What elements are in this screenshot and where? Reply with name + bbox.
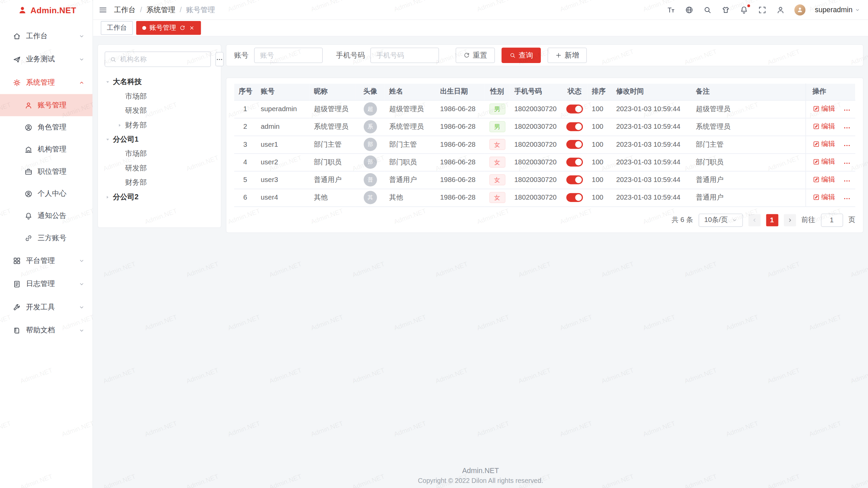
row-avatar: 其 (364, 191, 377, 204)
account-input[interactable] (254, 47, 322, 63)
next-page-button[interactable] (784, 214, 796, 226)
breadcrumb: 工作台 / 系统管理 / 账号管理 (114, 5, 215, 15)
table-row: 2admin系统管理员系系统管理员1986-06-28男180200307201… (234, 118, 855, 136)
fullscreen-icon[interactable] (758, 5, 767, 14)
sidebar-subitem[interactable]: 账号管理 (0, 94, 93, 116)
topbar-icon-group (667, 5, 785, 14)
search-button[interactable]: 查询 (501, 47, 541, 63)
cell-gender: 女 (485, 171, 510, 188)
edit-button[interactable]: 编辑 (812, 157, 835, 166)
hamburger-icon[interactable] (99, 5, 107, 14)
sidebar-subitem[interactable]: 角色管理 (0, 116, 93, 138)
add-button[interactable]: 新增 (548, 47, 587, 63)
sidebar-item[interactable]: 帮助文档 (0, 319, 93, 342)
more-actions-icon[interactable] (843, 124, 851, 132)
caret-right-icon[interactable] (105, 194, 111, 200)
sidebar-subitem[interactable]: 个人中心 (0, 183, 93, 205)
org-tree-node[interactable]: 市场部 (117, 147, 214, 161)
phone-input[interactable] (370, 47, 439, 63)
sidebar-item[interactable]: 工作台 (0, 24, 93, 48)
org-more-button[interactable] (215, 52, 223, 66)
sidebar-item[interactable]: 日志管理 (0, 272, 93, 296)
cell-name: 其他 (385, 189, 436, 206)
cell-avatar: 系 (356, 118, 385, 136)
org-tree-node[interactable]: 研发部 (117, 161, 214, 175)
sidebar-item[interactable]: 业务测试 (0, 47, 93, 71)
edit-button[interactable]: 编辑 (812, 192, 835, 202)
more-actions-icon[interactable] (843, 142, 851, 150)
account-icon[interactable] (776, 5, 785, 14)
sidebar-item[interactable]: 系统管理 (0, 71, 93, 94)
caret-down-icon[interactable] (105, 136, 111, 142)
current-page-button[interactable]: 1 (766, 214, 778, 226)
chevron-down-icon (79, 304, 85, 310)
caret-down-icon[interactable] (105, 79, 111, 85)
column-header-name: 姓名 (385, 84, 436, 100)
sidebar-subitem-label: 三方账号 (38, 233, 66, 243)
goto-page-input[interactable] (821, 213, 843, 226)
org-tree-node[interactable]: 财务部 (117, 118, 214, 132)
chevron-up-icon (79, 79, 85, 85)
sidebar-subitem[interactable]: 职位管理 (0, 160, 93, 182)
plus-icon (555, 52, 562, 59)
status-toggle[interactable] (566, 193, 583, 202)
notification-icon[interactable] (739, 5, 748, 14)
prev-page-button[interactable] (748, 214, 761, 226)
org-tree-node-label: 财务部 (125, 120, 147, 130)
sidebar-item-label: 帮助文档 (26, 325, 55, 335)
user-menu[interactable]: superadmin (815, 5, 860, 14)
app-logo[interactable]: Admin.NET (0, 0, 93, 20)
cell-remark: 部门职员 (691, 153, 805, 171)
sidebar-item-label: 开发工具 (26, 302, 55, 312)
reset-button[interactable]: 重置 (456, 47, 495, 63)
breadcrumb-item[interactable]: 系统管理 (146, 5, 175, 15)
edit-button[interactable]: 编辑 (812, 175, 835, 184)
more-actions-icon[interactable] (843, 160, 851, 167)
account-label: 账号 (234, 50, 249, 60)
cell-nickname: 部门主管 (310, 136, 356, 153)
org-tree-node[interactable]: 研发部 (117, 103, 214, 118)
theme-icon[interactable] (721, 5, 730, 14)
tab-refresh-icon[interactable] (179, 25, 185, 31)
user-icon (24, 101, 33, 109)
org-tree-node[interactable]: 大名科技 (105, 75, 214, 89)
edit-button[interactable]: 编辑 (812, 139, 835, 149)
font-size-icon[interactable] (667, 5, 675, 14)
breadcrumb-item[interactable]: 工作台 (114, 5, 136, 15)
sidebar-subitem[interactable]: 通知公告 (0, 205, 93, 227)
status-toggle[interactable] (566, 158, 583, 166)
search-icon[interactable] (703, 5, 712, 14)
sidebar-subitem[interactable]: 机构管理 (0, 138, 93, 160)
footer-title: Admin.NET (93, 466, 868, 474)
sidebar-item[interactable]: 开发工具 (0, 296, 93, 319)
cell-birth: 1986-06-28 (436, 171, 485, 188)
tab-workbench[interactable]: 工作台 (101, 21, 133, 35)
tab-account-management[interactable]: 账号管理 (136, 21, 201, 35)
user-avatar[interactable] (794, 4, 806, 15)
status-toggle[interactable] (566, 105, 583, 114)
phone-label: 手机号码 (336, 50, 365, 60)
org-tree-node[interactable]: 分公司2 (105, 190, 214, 204)
tab-close-icon[interactable] (189, 25, 195, 31)
cell-name: 普通用户 (385, 171, 436, 188)
edit-button[interactable]: 编辑 (812, 104, 835, 113)
language-icon[interactable] (685, 5, 694, 14)
more-actions-icon[interactable] (843, 106, 851, 114)
caret-right-icon[interactable] (117, 122, 123, 128)
org-search-input[interactable] (120, 55, 206, 63)
org-tree-node[interactable]: 财务部 (117, 176, 214, 190)
status-toggle[interactable] (566, 122, 583, 131)
more-actions-icon[interactable] (843, 177, 851, 185)
sidebar-item[interactable]: 平台管理 (0, 249, 93, 272)
cell-phone: 18020030720 (510, 171, 562, 188)
cell-status (562, 189, 587, 206)
main-area: 工作台 / 系统管理 / 账号管理 (93, 0, 868, 488)
page-size-select[interactable]: 10条/页 (699, 213, 743, 226)
sidebar-subitem[interactable]: 三方账号 (0, 227, 93, 249)
status-toggle[interactable] (566, 140, 583, 149)
org-tree-node[interactable]: 分公司1 (105, 132, 214, 146)
status-toggle[interactable] (566, 176, 583, 184)
org-tree-node[interactable]: 市场部 (117, 89, 214, 103)
edit-button[interactable]: 编辑 (812, 122, 835, 131)
more-actions-icon[interactable] (843, 195, 851, 203)
